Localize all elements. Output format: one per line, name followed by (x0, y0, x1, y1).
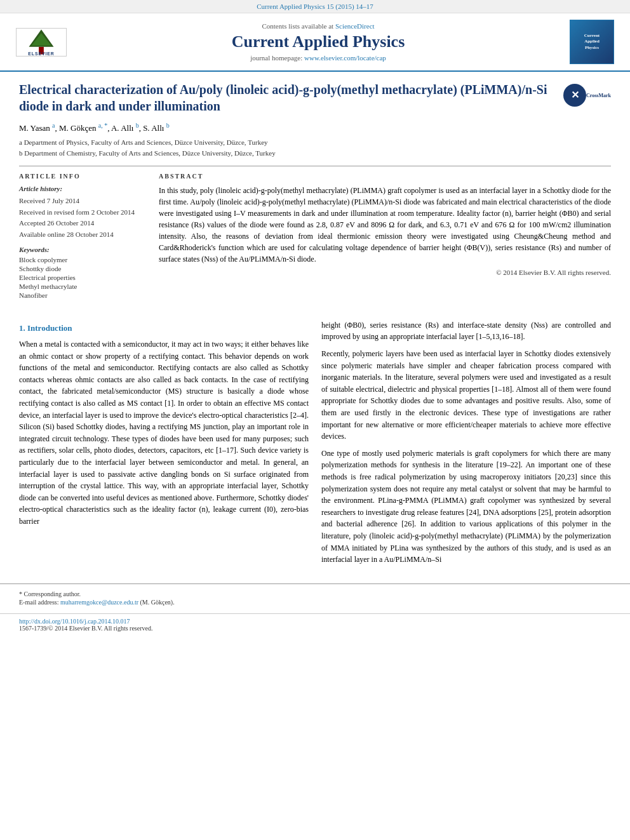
article-history-label: Article history: (19, 185, 146, 192)
body-para-3: Recently, polymeric layers have been use… (321, 348, 611, 443)
body-para-1: When a metal is contacted with a semicon… (19, 338, 309, 528)
body-content: 1. Introduction When a metal is contacte… (0, 319, 630, 583)
journal-citation: Current Applied Physics 15 (2015) 14–17 (257, 3, 373, 10)
abstract-column: ABSTRACT In this study, poly (linoleic a… (159, 173, 611, 300)
accepted-date: Accepted 26 October 2014 (19, 218, 146, 228)
doi-line: http://dx.doi.org/10.1016/j.cap.2014.10.… (19, 618, 611, 625)
article-info-column: ARTICLE INFO Article history: Received 7… (19, 173, 146, 300)
abstract-label: ABSTRACT (159, 173, 611, 180)
article-header-section: Electrical characterization of Au/poly (… (0, 72, 630, 313)
journal-logo: CurrentAppliedPhysics (570, 20, 614, 64)
copyright-line: © 2014 Elsevier B.V. All rights reserved… (159, 269, 611, 276)
authors-line: M. Yasan a, M. Gökçen a, *, A. Allı b, S… (19, 122, 611, 133)
section-1-heading: 1. Introduction (19, 322, 309, 335)
article-title-row: Electrical characterization of Au/poly (… (19, 81, 611, 114)
body-para-4: One type of mostly used polymeric materi… (321, 448, 611, 566)
corresponding-author-note: * Corresponding author. (19, 590, 611, 597)
publisher-logo-area: ELSEVIER (13, 28, 70, 57)
email-note: E-mail address: muharremgokce@duzce.edu.… (19, 599, 611, 606)
body-col-left: 1. Introduction When a metal is contacte… (19, 319, 309, 571)
doi-link[interactable]: http://dx.doi.org/10.1016/j.cap.2014.10.… (19, 618, 130, 625)
footnotes-section: * Corresponding author. E-mail address: … (0, 583, 630, 613)
abstract-text: In this study, poly (linoleic acid)-g-po… (159, 185, 611, 265)
author-m-gokcen: M. Gökçen a, * (59, 123, 107, 133)
homepage-link[interactable]: www.elsevier.com/locate/cap (304, 54, 386, 62)
sciencedirect-line: Contents lists available at ScienceDirec… (76, 22, 560, 30)
body-col-right: height (ΦB0), series resistance (Rs) and… (321, 319, 611, 571)
journal-title-area: Contents lists available at ScienceDirec… (76, 22, 560, 62)
keyword-3: Electrical properties (19, 274, 146, 281)
affiliation-a: a Department of Physics, Faculty of Arts… (19, 137, 611, 148)
available-online-date: Available online 28 October 2014 (19, 230, 146, 239)
crossmark-icon: ✕ (563, 84, 586, 107)
body-two-col: 1. Introduction When a metal is contacte… (19, 319, 611, 571)
author-a-alli: A. Allı b (111, 123, 139, 133)
author-m-yasan: M. Yasan a (19, 123, 55, 133)
svg-text:ELSEVIER: ELSEVIER (28, 51, 54, 56)
article-info-label: ARTICLE INFO (19, 173, 146, 180)
crossmark-area: ✕ CrossMark (563, 84, 611, 107)
elsevier-logo: ELSEVIER (16, 28, 67, 57)
journal-citation-bar: Current Applied Physics 15 (2015) 14–17 (0, 0, 630, 13)
keyword-2: Schottky diode (19, 265, 146, 272)
affiliation-b: b Department of Chemistry, Faculty of Ar… (19, 148, 611, 159)
issn-line: 1567-1739/© 2014 Elsevier B.V. All right… (19, 625, 611, 632)
body-para-2: height (ΦB0), series resistance (Rs) and… (321, 319, 611, 343)
received-revised-date: Received in revised form 2 October 2014 (19, 208, 146, 217)
sciencedirect-link[interactable]: ScienceDirect (335, 22, 375, 30)
keyword-4: Methyl methacrylate (19, 283, 146, 290)
keywords-label: Keywords: (19, 246, 146, 253)
keyword-1: Block copolymer (19, 256, 146, 263)
section-divider (19, 166, 611, 166)
email-link[interactable]: muharremgokce@duzce.edu.tr (60, 599, 138, 606)
affiliations: a Department of Physics, Faculty of Arts… (19, 137, 611, 158)
author-s-alli: S. Allı b (143, 123, 170, 133)
article-info-abstract: ARTICLE INFO Article history: Received 7… (19, 173, 611, 300)
keyword-5: Nanofiber (19, 291, 146, 299)
article-title: Electrical characterization of Au/poly (… (19, 83, 547, 113)
bottom-bar: http://dx.doi.org/10.1016/j.cap.2014.10.… (0, 613, 630, 636)
received-date: Received 7 July 2014 (19, 196, 146, 206)
journal-header: ELSEVIER Contents lists available at Sci… (0, 13, 630, 72)
journal-title: Current Applied Physics (76, 32, 560, 51)
journal-homepage: journal homepage: www.elsevier.com/locat… (76, 54, 560, 62)
journal-logo-area: CurrentAppliedPhysics (566, 20, 617, 64)
